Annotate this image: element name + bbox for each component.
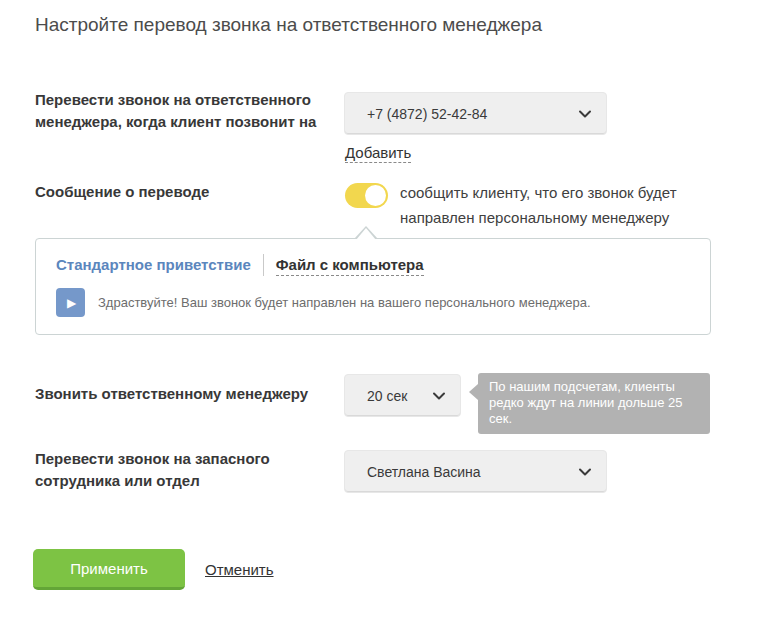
cancel-link[interactable]: Отменить	[205, 561, 274, 578]
ring-duration-dropdown[interactable]: 20 сек	[344, 374, 461, 417]
chevron-down-icon	[578, 465, 592, 479]
toggle-knob	[365, 185, 386, 206]
transfer-number-value: +7 (4872) 52-42-84	[367, 106, 487, 122]
backup-transfer-dropdown[interactable]: Светлана Васина	[344, 450, 607, 493]
tab-standard-greeting[interactable]: Стандартное приветствие	[56, 255, 251, 275]
add-number-link[interactable]: Добавить	[345, 144, 411, 163]
page-title: Настройте перевод звонка на ответственно…	[35, 14, 542, 36]
chevron-down-icon	[578, 107, 592, 121]
play-button[interactable]: ▶	[56, 288, 85, 317]
play-icon: ▶	[67, 297, 76, 309]
transfer-message-description: сообщить клиенту, что его звонок будет н…	[400, 180, 715, 230]
backup-transfer-value: Светлана Васина	[367, 464, 481, 480]
transfer-number-label: Перевести звонок на ответственного менед…	[35, 89, 337, 133]
tab-divider	[263, 254, 264, 276]
ring-duration-tooltip: По нашим подсчетам, клиенты редко ждут н…	[478, 373, 710, 434]
greeting-audio-row: ▶ Здраствуйте! Ваш звонок будет направле…	[56, 288, 591, 317]
apply-button[interactable]: Применить	[33, 549, 185, 590]
greeting-panel: Стандартное приветствие Файл с компьютер…	[35, 238, 711, 335]
ring-duration-value: 20 сек	[367, 388, 407, 404]
ring-duration-label: Звонить ответственному менеджеру	[35, 383, 345, 405]
chevron-down-icon	[432, 389, 446, 403]
call-transfer-settings-page: Настройте перевод звонка на ответственно…	[0, 0, 758, 620]
backup-transfer-label: Перевести звонок на запасного сотрудника…	[35, 448, 337, 492]
tab-file-from-computer[interactable]: Файл с компьютера	[276, 255, 424, 276]
tooltip-text: По нашим подсчетам, клиенты редко ждут н…	[489, 379, 683, 426]
tooltip-arrow-icon	[469, 384, 478, 400]
transfer-message-label: Сообщение о переводе	[35, 181, 295, 203]
greeting-tabs: Стандартное приветствие Файл с компьютер…	[56, 254, 424, 276]
greeting-text: Здраствуйте! Ваш звонок будет направлен …	[98, 295, 591, 310]
transfer-message-toggle[interactable]	[345, 183, 388, 208]
transfer-number-dropdown[interactable]: +7 (4872) 52-42-84	[344, 92, 607, 135]
